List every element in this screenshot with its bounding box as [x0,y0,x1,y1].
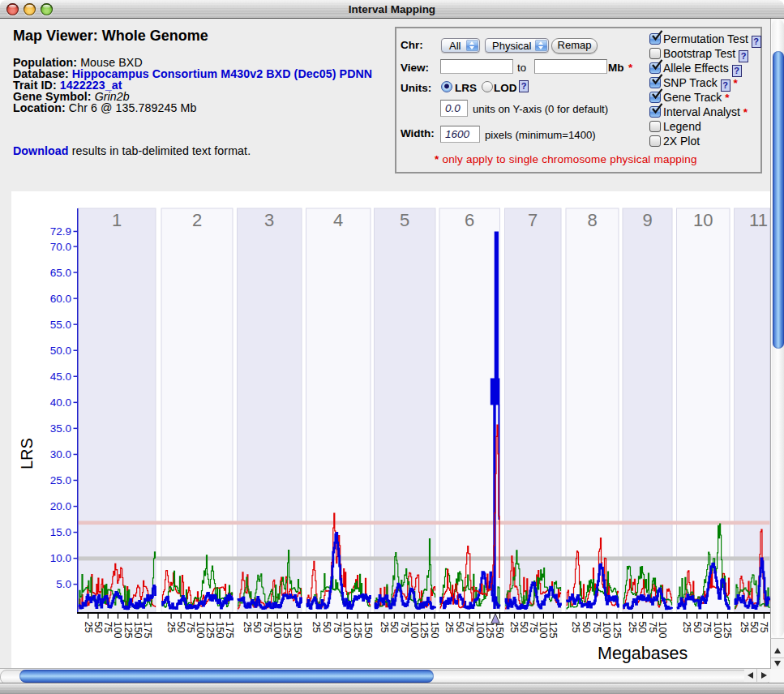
svg-text:150: 150 [292,622,303,639]
svg-text:125: 125 [722,622,733,639]
svg-text:LRS: LRS [18,438,36,469]
svg-text:45.0: 45.0 [50,371,71,383]
svg-text:30.0: 30.0 [50,448,71,461]
svg-text:100: 100 [341,622,353,639]
svg-text:175: 175 [224,622,235,639]
svg-text:75: 75 [647,622,658,633]
svg-text:100: 100 [712,622,723,639]
svg-text:35.0: 35.0 [50,422,71,435]
svg-text:75: 75 [464,622,475,633]
svg-text:25: 25 [570,622,581,633]
svg-text:50.0: 50.0 [50,345,71,357]
svg-text:25: 25 [165,622,177,633]
svg-text:65.0: 65.0 [50,267,71,279]
svg-text:125: 125 [547,622,559,639]
svg-text:11: 11 [749,210,768,230]
svg-text:175: 175 [142,622,153,639]
svg-text:50: 50 [636,622,648,633]
svg-text:150: 150 [429,622,440,639]
svg-text:50: 50 [581,622,592,633]
svg-text:72.9: 72.9 [50,225,71,238]
svg-text:5.0: 5.0 [56,578,71,590]
svg-text:25: 25 [379,622,390,633]
svg-text:70.0: 70.0 [50,241,71,253]
svg-text:150: 150 [214,622,225,639]
svg-text:40.0: 40.0 [50,396,71,409]
svg-text:10: 10 [693,210,713,230]
svg-text:1: 1 [112,210,122,230]
svg-text:100: 100 [195,622,206,639]
svg-text:125: 125 [352,622,363,639]
svg-text:125: 125 [611,622,623,639]
svg-text:25: 25 [443,622,455,633]
svg-text:25: 25 [508,622,520,633]
svg-text:3: 3 [264,210,274,230]
svg-text:125: 125 [122,622,134,639]
svg-text:150: 150 [362,622,374,639]
svg-text:75: 75 [399,622,410,633]
svg-text:55.0: 55.0 [50,319,71,331]
svg-text:125: 125 [418,622,430,639]
svg-text:25: 25 [311,622,322,633]
svg-text:10.0: 10.0 [50,552,71,564]
svg-text:25: 25 [242,622,253,633]
svg-text:100: 100 [657,622,668,639]
svg-text:50: 50 [251,622,263,633]
svg-text:75: 75 [528,622,539,633]
svg-text:150: 150 [494,622,505,639]
svg-text:100: 100 [474,622,486,639]
svg-text:60.0: 60.0 [50,293,71,305]
svg-text:75: 75 [262,622,273,633]
svg-text:125: 125 [204,622,216,639]
svg-text:25: 25 [739,622,750,633]
svg-text:50: 50 [388,622,400,633]
svg-text:8: 8 [587,210,597,230]
svg-text:2: 2 [192,210,202,230]
svg-text:20.0: 20.0 [50,500,71,512]
svg-text:75: 75 [591,622,602,633]
svg-text:100: 100 [112,622,123,639]
svg-text:25.0: 25.0 [50,474,71,486]
svg-text:50: 50 [518,622,529,633]
svg-text:25: 25 [83,622,94,633]
svg-text:75: 75 [701,622,713,633]
svg-text:75: 75 [332,622,343,633]
svg-text:100: 100 [272,622,283,639]
svg-text:9: 9 [642,210,652,230]
svg-text:50: 50 [92,622,104,633]
svg-text:50: 50 [321,622,332,633]
svg-text:50: 50 [175,622,186,633]
svg-text:4: 4 [333,210,343,230]
svg-text:75: 75 [185,622,196,633]
svg-text:25: 25 [627,622,638,633]
svg-text:25: 25 [681,622,692,633]
svg-text:6: 6 [465,210,474,230]
svg-text:Megabases: Megabases [598,644,688,663]
svg-text:125: 125 [281,622,293,639]
svg-text:7: 7 [528,210,538,230]
svg-text:150: 150 [132,622,144,639]
svg-text:50: 50 [748,622,760,633]
svg-text:50: 50 [692,622,703,633]
svg-text:50: 50 [454,622,465,633]
svg-text:100: 100 [601,622,612,639]
svg-text:75: 75 [102,622,114,633]
svg-text:100: 100 [538,622,549,639]
svg-text:100: 100 [409,622,420,639]
svg-text:125: 125 [484,622,495,639]
svg-text:75: 75 [758,622,769,633]
svg-text:15.0: 15.0 [50,526,71,538]
svg-text:5: 5 [400,210,409,230]
